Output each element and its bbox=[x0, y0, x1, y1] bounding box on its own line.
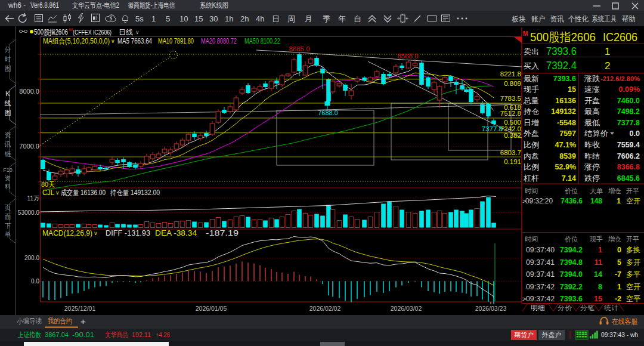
svg-text:-90.01: -90.01 bbox=[72, 331, 94, 338]
svg-text:持仓量 149132.00: 持仓量 149132.00 bbox=[110, 189, 160, 197]
svg-text:MA50 8100.22: MA50 8100.22 bbox=[244, 37, 280, 45]
svg-text:系统K线图: 系统K线图 bbox=[200, 1, 228, 10]
svg-text:日线: 日线 bbox=[119, 28, 133, 36]
svg-text:∨: ∨ bbox=[111, 38, 115, 44]
svg-text:7512.8: 7512.8 bbox=[500, 110, 521, 117]
svg-text:7392.4: 7392.4 bbox=[546, 59, 577, 72]
svg-text:最高: 最高 bbox=[584, 107, 600, 116]
svg-text:53000.0: 53000.0 bbox=[18, 209, 40, 216]
svg-text:资讯: 资讯 bbox=[550, 15, 564, 23]
svg-text:MA5 7663.64: MA5 7663.64 bbox=[117, 37, 152, 45]
svg-text:1: 1 bbox=[605, 46, 610, 57]
svg-text:成交量 16136.00: 成交量 16136.00 bbox=[61, 189, 106, 197]
svg-text:8539: 8539 bbox=[559, 152, 576, 160]
svg-text:比例: 比例 bbox=[524, 163, 539, 171]
svg-text:8568.0: 8568.0 bbox=[397, 52, 418, 60]
svg-text:7393.6: 7393.6 bbox=[553, 75, 576, 83]
svg-text:分: 分 bbox=[5, 46, 11, 53]
svg-text:200.0: 200.0 bbox=[24, 255, 39, 261]
svg-text:2026/03/23: 2026/03/23 bbox=[475, 305, 507, 312]
svg-text:帮助: 帮助 bbox=[622, 15, 636, 23]
svg-text:15: 15 bbox=[594, 295, 602, 303]
svg-text:下: 下 bbox=[5, 222, 11, 229]
svg-text:16136: 16136 bbox=[555, 97, 576, 105]
svg-text:最低: 最低 bbox=[584, 119, 600, 127]
svg-text:-2: -2 bbox=[615, 295, 621, 303]
svg-text:7377.8: 7377.8 bbox=[617, 119, 640, 127]
svg-text:季: 季 bbox=[323, 14, 330, 23]
svg-text:开盘: 开盘 bbox=[584, 97, 600, 105]
svg-text:+: + bbox=[80, 316, 86, 326]
svg-text:个性化: 个性化 bbox=[568, 15, 589, 23]
svg-text:我的合约: 我的合约 bbox=[48, 317, 72, 325]
svg-text:MA20 8080.72: MA20 8080.72 bbox=[201, 37, 237, 45]
svg-text:2026/01/05: 2026/01/05 bbox=[196, 305, 227, 312]
svg-text:7393.6: 7393.6 bbox=[560, 295, 583, 303]
svg-text:11万: 11万 bbox=[27, 195, 39, 202]
svg-text:单: 单 bbox=[5, 231, 11, 238]
svg-text:时间: 时间 bbox=[525, 187, 538, 194]
svg-text:6803.7: 6803.7 bbox=[500, 149, 521, 156]
svg-text:15: 15 bbox=[194, 14, 203, 23]
svg-text:速涨: 速涨 bbox=[584, 85, 600, 94]
svg-text:6845.6: 6845.6 bbox=[617, 174, 640, 183]
svg-text:7393.6: 7393.6 bbox=[546, 45, 577, 57]
svg-text:上证指数: 上证指数 bbox=[18, 331, 41, 338]
svg-text:7000.0: 7000.0 bbox=[19, 143, 39, 150]
svg-text:资: 资 bbox=[5, 131, 11, 138]
svg-text:涨停: 涨停 bbox=[584, 163, 600, 171]
svg-text:文华云节点-电信2: 文华云节点-电信2 bbox=[72, 1, 119, 10]
svg-text:0.09%: 0.09% bbox=[619, 85, 640, 94]
svg-text:7.14: 7.14 bbox=[562, 174, 576, 183]
svg-text:7394.0: 7394.0 bbox=[560, 270, 583, 279]
svg-text:分价: 分价 bbox=[558, 304, 572, 311]
svg-text:多换: 多换 bbox=[626, 246, 640, 254]
svg-text:现手: 现手 bbox=[590, 236, 603, 243]
svg-text:料: 料 bbox=[5, 183, 11, 190]
svg-text:-7: -7 bbox=[615, 270, 621, 279]
svg-text:链: 链 bbox=[5, 150, 11, 157]
svg-text:8685.0: 8685.0 bbox=[289, 45, 309, 52]
svg-text:小编导读: 小编导读 bbox=[17, 317, 42, 325]
svg-text:192.11: 192.11 bbox=[132, 331, 151, 338]
svg-text:8000.0: 8000.0 bbox=[19, 88, 39, 95]
svg-text:7394.2: 7394.2 bbox=[560, 246, 583, 254]
svg-text:结算价: 结算价 bbox=[584, 129, 609, 138]
svg-text:7460.0: 7460.0 bbox=[617, 97, 640, 105]
svg-text:文华商品: 文华商品 bbox=[105, 331, 128, 338]
svg-text:年: 年 bbox=[338, 14, 346, 23]
svg-text:10: 10 bbox=[179, 14, 188, 23]
svg-text:+4.26: +4.26 bbox=[156, 331, 170, 338]
svg-text:-: - bbox=[23, 1, 26, 10]
svg-text:系统工具: 系统工具 bbox=[592, 15, 617, 23]
svg-text:IC2606: IC2606 bbox=[603, 30, 637, 44]
svg-text:7436.6: 7436.6 bbox=[561, 197, 583, 205]
svg-text:页: 页 bbox=[5, 204, 11, 211]
svg-text:11: 11 bbox=[595, 258, 602, 267]
svg-text:1: 1 bbox=[617, 283, 621, 291]
svg-text:7559.4: 7559.4 bbox=[617, 141, 640, 149]
svg-text:2025/12/01: 2025/12/01 bbox=[64, 305, 96, 312]
svg-text:最新: 最新 bbox=[524, 75, 539, 83]
svg-text:2026/03/02: 2026/03/02 bbox=[391, 305, 422, 312]
svg-text:统计: 统计 bbox=[604, 304, 618, 311]
svg-text:杠杆: 杠杆 bbox=[524, 174, 539, 183]
svg-text:增仓: 增仓 bbox=[608, 236, 621, 243]
svg-text:空平: 空平 bbox=[626, 295, 640, 303]
svg-text:1h: 1h bbox=[225, 14, 233, 23]
svg-text:47.1%: 47.1% bbox=[555, 141, 576, 149]
svg-text:09:37:43 - wh: 09:37:43 - wh bbox=[601, 331, 638, 338]
svg-text:149132: 149132 bbox=[551, 107, 576, 116]
svg-text:多平: 多平 bbox=[626, 270, 640, 279]
svg-text:时间: 时间 bbox=[525, 236, 538, 243]
svg-text:现手: 现手 bbox=[524, 85, 540, 94]
svg-text:外盘: 外盘 bbox=[524, 129, 539, 138]
svg-text:52.9%: 52.9% bbox=[555, 163, 576, 171]
svg-text:7377.8: 7377.8 bbox=[482, 125, 503, 132]
svg-text:5: 5 bbox=[166, 14, 170, 23]
svg-text:30: 30 bbox=[209, 14, 218, 23]
svg-text:周: 周 bbox=[287, 14, 295, 23]
svg-text:7606.2: 7606.2 bbox=[617, 152, 640, 160]
svg-text:0.809: 0.809 bbox=[504, 80, 521, 87]
svg-text:月: 月 bbox=[305, 14, 312, 23]
